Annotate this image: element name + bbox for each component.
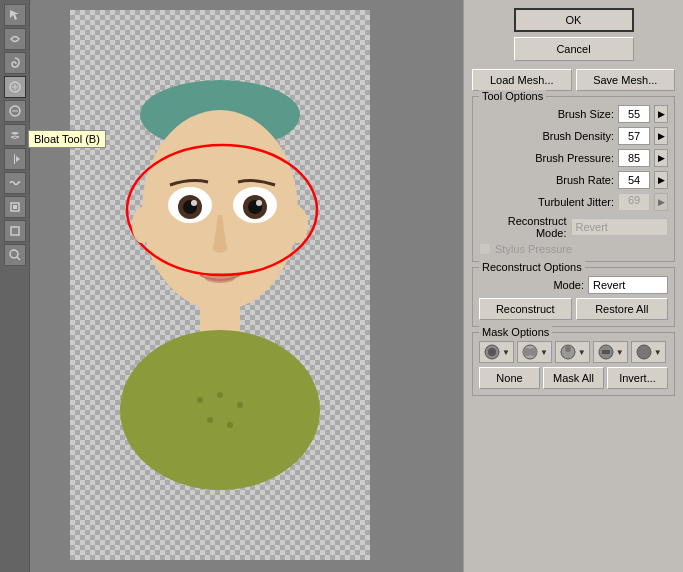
brush-density-row: Brush Density: ▶: [479, 127, 668, 145]
freeze-tool-btn[interactable]: [4, 196, 26, 218]
brush-size-input[interactable]: [618, 105, 650, 123]
stylus-pressure-row: Stylus Pressure: [479, 243, 668, 255]
svg-point-38: [565, 346, 571, 352]
svg-point-41: [637, 345, 651, 359]
turbulent-jitter-row: Turbulent Jitter: 69 ▶: [479, 193, 668, 211]
stylus-pressure-label: Stylus Pressure: [495, 243, 572, 255]
recon-mode-row: Mode: Revert: [479, 276, 668, 294]
brush-rate-row: Brush Rate: ▶: [479, 171, 668, 189]
svg-point-36: [529, 348, 537, 356]
brush-size-label: Brush Size:: [479, 108, 614, 120]
toolbar: Bloat Tool (B): [0, 0, 30, 572]
mask-arrow-1[interactable]: ▼: [502, 348, 510, 357]
mask-options-title: Mask Options: [479, 326, 552, 338]
mask-arrow-3[interactable]: ▼: [578, 348, 586, 357]
mask-arrow-5[interactable]: ▼: [654, 348, 662, 357]
liquify-tool-btn[interactable]: [4, 28, 26, 50]
mask-icon-4[interactable]: ▼: [593, 341, 628, 363]
svg-point-15: [197, 397, 203, 403]
mask-icon-5[interactable]: ▼: [631, 341, 666, 363]
restore-all-button[interactable]: Restore All: [576, 298, 669, 320]
tool-tooltip: Bloat Tool (B): [28, 130, 106, 148]
pucker-tool-btn[interactable]: [4, 100, 26, 122]
svg-point-9: [10, 250, 18, 258]
save-mesh-button[interactable]: Save Mesh...: [576, 69, 676, 91]
svg-point-27: [256, 200, 262, 206]
brush-pressure-row: Brush Pressure: ▶: [479, 149, 668, 167]
push-tool-btn[interactable]: [4, 124, 26, 146]
svg-rect-8: [11, 227, 19, 235]
svg-rect-7: [13, 205, 17, 209]
stylus-pressure-checkbox: [479, 243, 491, 255]
mirror-tool-btn[interactable]: [4, 148, 26, 170]
brush-density-label: Brush Density:: [479, 130, 614, 142]
right-panel: OK Cancel Load Mesh... Save Mesh... Tool…: [463, 0, 683, 572]
mask-icon-3[interactable]: ▼: [555, 341, 590, 363]
brush-pressure-arrow[interactable]: ▶: [654, 149, 668, 167]
svg-point-31: [288, 207, 308, 243]
dialog-buttons: OK Cancel: [472, 8, 675, 61]
brush-rate-arrow[interactable]: ▶: [654, 171, 668, 189]
mask-buttons-row: None Mask All Invert...: [479, 367, 668, 389]
brush-rate-input[interactable]: [618, 171, 650, 189]
mask-icons-row: ▼ ▼: [479, 341, 668, 363]
mask-all-button[interactable]: Mask All: [543, 367, 604, 389]
svg-point-14: [120, 330, 320, 490]
svg-point-17: [237, 402, 243, 408]
brush-pressure-label: Brush Pressure:: [479, 152, 614, 164]
reconstruct-options-section: Reconstruct Options Mode: Revert Reconst…: [472, 267, 675, 327]
thaw-tool-btn[interactable]: [4, 220, 26, 242]
canvas-background: [70, 10, 370, 560]
none-button[interactable]: None: [479, 367, 540, 389]
svg-point-16: [217, 392, 223, 398]
brush-rate-label: Brush Rate:: [479, 174, 614, 186]
mask-arrow-2[interactable]: ▼: [540, 348, 548, 357]
turbulent-jitter-label: Turbulent Jitter:: [479, 196, 614, 208]
reconstruct-button[interactable]: Reconstruct: [479, 298, 572, 320]
svg-point-19: [227, 422, 233, 428]
turbulent-jitter-value: 69: [618, 193, 650, 211]
mask-options-section: Mask Options ▼: [472, 332, 675, 396]
brush-density-arrow[interactable]: ▶: [654, 127, 668, 145]
svg-point-30: [132, 207, 152, 243]
mask-icon-1[interactable]: ▼: [479, 341, 514, 363]
svg-point-18: [207, 417, 213, 423]
turbulent-jitter-arrow: ▶: [654, 193, 668, 211]
svg-rect-40: [602, 350, 610, 354]
invert-button[interactable]: Invert...: [607, 367, 668, 389]
cancel-button[interactable]: Cancel: [514, 37, 634, 61]
brush-density-input[interactable]: [618, 127, 650, 145]
mask-arrow-4[interactable]: ▼: [616, 348, 624, 357]
recon-mode-label: Mode:: [479, 279, 584, 291]
app-container: Bloat Tool (B): [0, 0, 683, 572]
recon-mode-value: Revert: [588, 276, 668, 294]
brush-size-arrow[interactable]: ▶: [654, 105, 668, 123]
ok-button[interactable]: OK: [514, 8, 634, 32]
brush-size-row: Brush Size: ▶: [479, 105, 668, 123]
arrow-tool-btn[interactable]: [4, 4, 26, 26]
reconstruct-mode-row: Reconstruct Mode: Revert: [479, 215, 668, 239]
svg-rect-5: [14, 154, 15, 164]
canvas-area: [30, 0, 463, 572]
face-image: [70, 10, 370, 560]
brush-pressure-input[interactable]: [618, 149, 650, 167]
bloat-tool-btn[interactable]: [4, 76, 26, 98]
turbulence-tool-btn[interactable]: [4, 172, 26, 194]
mesh-buttons: Load Mesh... Save Mesh...: [472, 69, 675, 91]
reconstruct-mode-value: Revert: [571, 218, 669, 236]
mask-icon-2[interactable]: ▼: [517, 341, 552, 363]
reconstruct-options-title: Reconstruct Options: [479, 261, 585, 273]
recon-buttons: Reconstruct Restore All: [479, 294, 668, 320]
tool-options-title: Tool Options: [479, 90, 546, 102]
zoom-tool-btn[interactable]: [4, 244, 26, 266]
svg-point-26: [191, 200, 197, 206]
tool-options-section: Tool Options Brush Size: ▶ Brush Density…: [472, 96, 675, 262]
load-mesh-button[interactable]: Load Mesh...: [472, 69, 572, 91]
svg-point-33: [488, 348, 496, 356]
svg-line-10: [17, 257, 20, 260]
swirl-tool-btn[interactable]: [4, 52, 26, 74]
reconstruct-mode-label: Reconstruct Mode:: [479, 215, 567, 239]
